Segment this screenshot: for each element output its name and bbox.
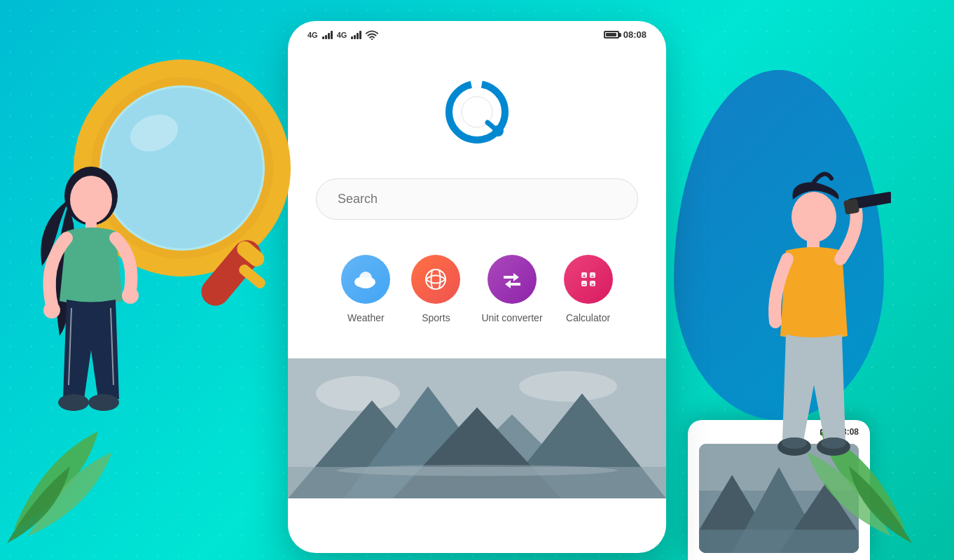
app-logo (445, 80, 509, 144)
calculator-label: Calculator (566, 312, 610, 323)
status-right: 08:08 (604, 29, 647, 40)
svg-point-17 (791, 192, 836, 242)
status-left: 4G 4G (307, 30, 378, 40)
sports-icon-circle (411, 255, 460, 304)
svg-point-23 (782, 438, 807, 449)
svg-point-24 (821, 438, 846, 449)
sports-label: Sports (422, 312, 450, 323)
man-figure-illustration (737, 161, 912, 525)
girl-figure-illustration (21, 140, 217, 525)
converter-icon-circle (488, 255, 537, 304)
svg-point-11 (43, 302, 60, 318)
weather-icon-circle (341, 255, 390, 304)
svg-point-12 (122, 287, 139, 304)
svg-point-9 (70, 176, 112, 223)
sports-icon (422, 266, 449, 293)
svg-point-13 (58, 394, 89, 411)
search-input[interactable] (316, 178, 638, 220)
svg-point-46 (316, 376, 400, 411)
svg-point-25 (371, 38, 373, 39)
wifi-icon (366, 30, 378, 40)
calculator-icon-circle: + ÷ − × (564, 255, 613, 304)
network-indicator-2: 4G (337, 30, 347, 40)
svg-text:×: × (590, 281, 594, 288)
network-indicator-1: 4G (307, 30, 318, 40)
app-icons-grid: Weather Sports (316, 255, 638, 323)
svg-text:÷: ÷ (590, 273, 594, 279)
battery-icon (604, 31, 619, 38)
status-bar: 4G 4G (288, 21, 666, 46)
weather-icon (353, 267, 378, 292)
svg-line-30 (488, 122, 496, 130)
svg-point-14 (88, 394, 119, 411)
signal-bars-1 (322, 31, 333, 39)
app-item-sports[interactable]: Sports (411, 255, 460, 323)
svg-point-36 (426, 270, 445, 289)
signal-bars-2 (351, 31, 361, 39)
phone-content: Weather Sports (288, 46, 666, 337)
app-item-calculator[interactable]: + ÷ − × Calculator (564, 255, 613, 323)
svg-rect-20 (843, 199, 859, 215)
phone-main-mockup: 4G 4G (288, 21, 666, 553)
app-item-unit-converter[interactable]: Unit converter (481, 255, 542, 323)
converter-icon (499, 267, 525, 292)
svg-text:−: − (582, 281, 586, 288)
unit-converter-label: Unit converter (481, 312, 542, 323)
weather-label: Weather (347, 312, 385, 323)
app-item-weather[interactable]: Weather (341, 255, 390, 323)
svg-text:+: + (582, 273, 586, 279)
svg-point-54 (337, 465, 617, 476)
svg-point-34 (357, 279, 374, 288)
clock-time: 08:08 (623, 29, 647, 40)
svg-point-47 (519, 371, 617, 402)
calculator-icon: + ÷ − × (576, 267, 601, 292)
content-preview-image (288, 358, 666, 498)
